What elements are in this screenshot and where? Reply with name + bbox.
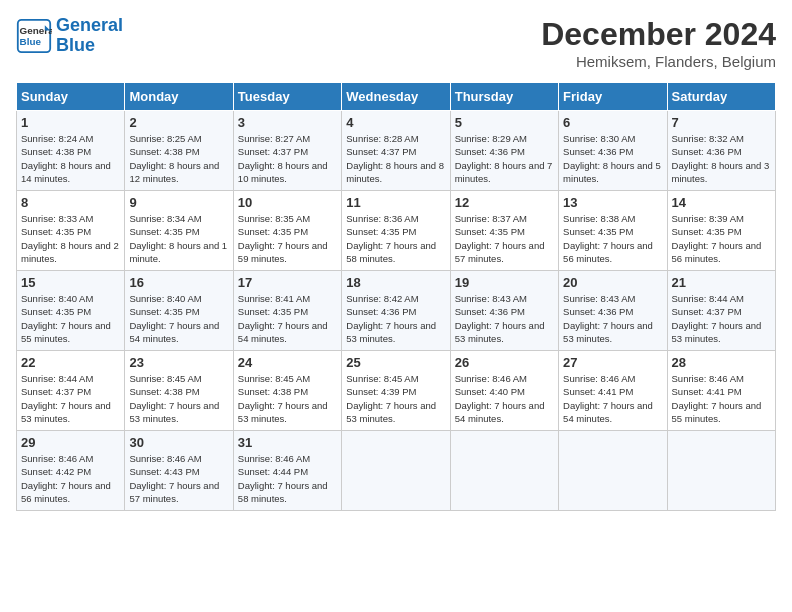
day-number: 1: [21, 115, 120, 130]
day-info: Sunrise: 8:35 AM Sunset: 4:35 PM Dayligh…: [238, 212, 337, 265]
day-number: 28: [672, 355, 771, 370]
day-number: 15: [21, 275, 120, 290]
calendar-cell: 8 Sunrise: 8:33 AM Sunset: 4:35 PM Dayli…: [17, 191, 125, 271]
day-info: Sunrise: 8:45 AM Sunset: 4:38 PM Dayligh…: [238, 372, 337, 425]
calendar-cell: 5 Sunrise: 8:29 AM Sunset: 4:36 PM Dayli…: [450, 111, 558, 191]
calendar-cell: [450, 431, 558, 511]
day-info: Sunrise: 8:38 AM Sunset: 4:35 PM Dayligh…: [563, 212, 662, 265]
day-info: Sunrise: 8:34 AM Sunset: 4:35 PM Dayligh…: [129, 212, 228, 265]
calendar-cell: [342, 431, 450, 511]
calendar-cell: 16 Sunrise: 8:40 AM Sunset: 4:35 PM Dayl…: [125, 271, 233, 351]
calendar-cell: 29 Sunrise: 8:46 AM Sunset: 4:42 PM Dayl…: [17, 431, 125, 511]
calendar-cell: 28 Sunrise: 8:46 AM Sunset: 4:41 PM Dayl…: [667, 351, 775, 431]
day-number: 8: [21, 195, 120, 210]
calendar-cell: 10 Sunrise: 8:35 AM Sunset: 4:35 PM Dayl…: [233, 191, 341, 271]
calendar-week-2: 8 Sunrise: 8:33 AM Sunset: 4:35 PM Dayli…: [17, 191, 776, 271]
day-number: 27: [563, 355, 662, 370]
day-info: Sunrise: 8:37 AM Sunset: 4:35 PM Dayligh…: [455, 212, 554, 265]
day-info: Sunrise: 8:44 AM Sunset: 4:37 PM Dayligh…: [21, 372, 120, 425]
day-info: Sunrise: 8:45 AM Sunset: 4:39 PM Dayligh…: [346, 372, 445, 425]
day-header-wednesday: Wednesday: [342, 83, 450, 111]
day-info: Sunrise: 8:40 AM Sunset: 4:35 PM Dayligh…: [21, 292, 120, 345]
day-number: 5: [455, 115, 554, 130]
day-info: Sunrise: 8:30 AM Sunset: 4:36 PM Dayligh…: [563, 132, 662, 185]
calendar-cell: 19 Sunrise: 8:43 AM Sunset: 4:36 PM Dayl…: [450, 271, 558, 351]
day-info: Sunrise: 8:36 AM Sunset: 4:35 PM Dayligh…: [346, 212, 445, 265]
day-info: Sunrise: 8:46 AM Sunset: 4:41 PM Dayligh…: [563, 372, 662, 425]
day-info: Sunrise: 8:27 AM Sunset: 4:37 PM Dayligh…: [238, 132, 337, 185]
day-number: 10: [238, 195, 337, 210]
day-number: 26: [455, 355, 554, 370]
day-number: 24: [238, 355, 337, 370]
day-info: Sunrise: 8:45 AM Sunset: 4:38 PM Dayligh…: [129, 372, 228, 425]
day-number: 25: [346, 355, 445, 370]
day-header-saturday: Saturday: [667, 83, 775, 111]
calendar-cell: 9 Sunrise: 8:34 AM Sunset: 4:35 PM Dayli…: [125, 191, 233, 271]
title-section: December 2024 Hemiksem, Flanders, Belgiu…: [541, 16, 776, 70]
day-number: 23: [129, 355, 228, 370]
calendar-cell: 12 Sunrise: 8:37 AM Sunset: 4:35 PM Dayl…: [450, 191, 558, 271]
day-header-thursday: Thursday: [450, 83, 558, 111]
calendar-cell: 23 Sunrise: 8:45 AM Sunset: 4:38 PM Dayl…: [125, 351, 233, 431]
day-number: 13: [563, 195, 662, 210]
day-number: 11: [346, 195, 445, 210]
month-title: December 2024: [541, 16, 776, 53]
day-info: Sunrise: 8:25 AM Sunset: 4:38 PM Dayligh…: [129, 132, 228, 185]
calendar-cell: 25 Sunrise: 8:45 AM Sunset: 4:39 PM Dayl…: [342, 351, 450, 431]
calendar-cell: 30 Sunrise: 8:46 AM Sunset: 4:43 PM Dayl…: [125, 431, 233, 511]
calendar-cell: 22 Sunrise: 8:44 AM Sunset: 4:37 PM Dayl…: [17, 351, 125, 431]
calendar-week-3: 15 Sunrise: 8:40 AM Sunset: 4:35 PM Dayl…: [17, 271, 776, 351]
calendar-cell: 14 Sunrise: 8:39 AM Sunset: 4:35 PM Dayl…: [667, 191, 775, 271]
day-header-friday: Friday: [559, 83, 667, 111]
day-number: 30: [129, 435, 228, 450]
calendar-week-5: 29 Sunrise: 8:46 AM Sunset: 4:42 PM Dayl…: [17, 431, 776, 511]
calendar-cell: 27 Sunrise: 8:46 AM Sunset: 4:41 PM Dayl…: [559, 351, 667, 431]
day-number: 14: [672, 195, 771, 210]
page-header: General Blue GeneralBlue December 2024 H…: [16, 16, 776, 70]
day-number: 4: [346, 115, 445, 130]
logo-text: GeneralBlue: [56, 16, 123, 56]
day-info: Sunrise: 8:33 AM Sunset: 4:35 PM Dayligh…: [21, 212, 120, 265]
day-number: 16: [129, 275, 228, 290]
location-subtitle: Hemiksem, Flanders, Belgium: [541, 53, 776, 70]
calendar-cell: 2 Sunrise: 8:25 AM Sunset: 4:38 PM Dayli…: [125, 111, 233, 191]
calendar-cell: 11 Sunrise: 8:36 AM Sunset: 4:35 PM Dayl…: [342, 191, 450, 271]
day-info: Sunrise: 8:32 AM Sunset: 4:36 PM Dayligh…: [672, 132, 771, 185]
svg-text:Blue: Blue: [20, 36, 42, 47]
day-info: Sunrise: 8:42 AM Sunset: 4:36 PM Dayligh…: [346, 292, 445, 345]
day-number: 31: [238, 435, 337, 450]
calendar-cell: 24 Sunrise: 8:45 AM Sunset: 4:38 PM Dayl…: [233, 351, 341, 431]
day-info: Sunrise: 8:43 AM Sunset: 4:36 PM Dayligh…: [455, 292, 554, 345]
logo: General Blue GeneralBlue: [16, 16, 123, 56]
day-info: Sunrise: 8:46 AM Sunset: 4:41 PM Dayligh…: [672, 372, 771, 425]
day-info: Sunrise: 8:29 AM Sunset: 4:36 PM Dayligh…: [455, 132, 554, 185]
calendar-week-1: 1 Sunrise: 8:24 AM Sunset: 4:38 PM Dayli…: [17, 111, 776, 191]
day-number: 21: [672, 275, 771, 290]
day-number: 3: [238, 115, 337, 130]
day-number: 12: [455, 195, 554, 210]
day-info: Sunrise: 8:46 AM Sunset: 4:44 PM Dayligh…: [238, 452, 337, 505]
day-number: 29: [21, 435, 120, 450]
calendar-cell: [559, 431, 667, 511]
day-number: 19: [455, 275, 554, 290]
day-info: Sunrise: 8:28 AM Sunset: 4:37 PM Dayligh…: [346, 132, 445, 185]
calendar-cell: 3 Sunrise: 8:27 AM Sunset: 4:37 PM Dayli…: [233, 111, 341, 191]
calendar-cell: [667, 431, 775, 511]
calendar-cell: 26 Sunrise: 8:46 AM Sunset: 4:40 PM Dayl…: [450, 351, 558, 431]
calendar-cell: 7 Sunrise: 8:32 AM Sunset: 4:36 PM Dayli…: [667, 111, 775, 191]
calendar-cell: 15 Sunrise: 8:40 AM Sunset: 4:35 PM Dayl…: [17, 271, 125, 351]
day-number: 22: [21, 355, 120, 370]
day-number: 2: [129, 115, 228, 130]
day-number: 7: [672, 115, 771, 130]
calendar-cell: 21 Sunrise: 8:44 AM Sunset: 4:37 PM Dayl…: [667, 271, 775, 351]
day-info: Sunrise: 8:41 AM Sunset: 4:35 PM Dayligh…: [238, 292, 337, 345]
day-number: 18: [346, 275, 445, 290]
calendar-cell: 4 Sunrise: 8:28 AM Sunset: 4:37 PM Dayli…: [342, 111, 450, 191]
day-number: 6: [563, 115, 662, 130]
day-info: Sunrise: 8:46 AM Sunset: 4:43 PM Dayligh…: [129, 452, 228, 505]
day-info: Sunrise: 8:43 AM Sunset: 4:36 PM Dayligh…: [563, 292, 662, 345]
logo-icon: General Blue: [16, 18, 52, 54]
day-info: Sunrise: 8:40 AM Sunset: 4:35 PM Dayligh…: [129, 292, 228, 345]
calendar-cell: 20 Sunrise: 8:43 AM Sunset: 4:36 PM Dayl…: [559, 271, 667, 351]
day-header-tuesday: Tuesday: [233, 83, 341, 111]
